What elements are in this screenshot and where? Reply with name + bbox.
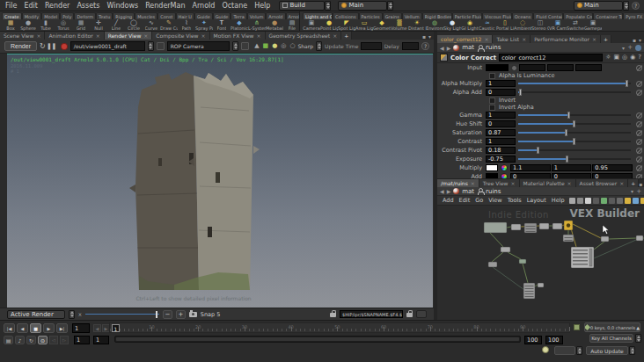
- shelf-tab-textu[interactable]: Textu: [96, 12, 113, 19]
- add-tab-button[interactable]: +: [628, 179, 639, 187]
- compare-image-icon[interactable]: ■: [263, 42, 269, 50]
- shelf-tool-geometry-light[interactable]: ◆Geometry Light: [373, 19, 391, 32]
- revert-icon[interactable]: [636, 148, 642, 154]
- wrench-icon[interactable]: [569, 198, 575, 204]
- vertical-divider[interactable]: [434, 32, 437, 320]
- shelf-tab-guide[interactable]: Guide: [194, 12, 213, 19]
- pause-icon[interactable]: ▌▌: [48, 42, 58, 51]
- shelf-tab-grains[interactable]: Grains: [383, 12, 402, 19]
- shelf-tab-viscous-fluids[interactable]: Viscous Fluids: [482, 12, 512, 19]
- material-node[interactable]: [488, 262, 497, 267]
- checkbox-invert-alpha[interactable]: [489, 105, 495, 111]
- pane-menu-icon[interactable]: ▾: [639, 37, 641, 43]
- net-menu-edit[interactable]: Edit: [457, 197, 473, 204]
- shelf-tool-point-light[interactable]: ●Point Light: [320, 19, 338, 32]
- shelf-tool-platonic[interactable]: ◆Platonic: [231, 19, 248, 32]
- param-value-field[interactable]: 1: [486, 80, 516, 87]
- close-icon[interactable]: ×: [143, 32, 148, 40]
- shelf-tab-lights-and-c[interactable]: Lights and C: [303, 12, 333, 19]
- shelf-tool-path[interactable]: ⌇Path: [178, 19, 195, 32]
- shelf-tool-metaball[interactable]: ●Metaball: [266, 19, 283, 32]
- revert-icon[interactable]: [636, 65, 642, 71]
- shelf-tool-portal-light[interactable]: ▯Portal Light: [496, 19, 514, 32]
- color-palette-icon[interactable]: [601, 198, 607, 204]
- lock-icon-2[interactable]: [406, 313, 413, 317]
- pane-menu-icon[interactable]: ▾: [428, 33, 431, 40]
- shelf-tool-font[interactable]: TFont: [213, 19, 231, 32]
- close-icon[interactable]: ×: [36, 32, 40, 40]
- input-swatch[interactable]: [486, 64, 509, 71]
- scene-spinner[interactable]: [387, 1, 393, 11]
- export-rop-icon[interactable]: [157, 42, 165, 50]
- shelf-tab-particle-fluids[interactable]: Particle Fluids: [452, 12, 482, 19]
- net-forward-icon[interactable]: ▶: [447, 188, 451, 194]
- param-value-field[interactable]: 0: [486, 120, 516, 127]
- add-tab-button[interactable]: +: [341, 32, 352, 40]
- close-icon[interactable]: ×: [510, 179, 515, 187]
- close-icon[interactable]: ×: [619, 179, 624, 187]
- breadcrumb-node[interactable]: ruins: [486, 44, 501, 51]
- shelf-tab-fluid-contai[interactable]: Fluid Contai: [533, 12, 563, 19]
- stop-render-icon[interactable]: [61, 43, 68, 50]
- stop-button[interactable]: ■: [30, 323, 41, 333]
- net-breadcrumb-node[interactable]: ruins: [486, 188, 501, 195]
- net-menu-go[interactable]: Go: [472, 197, 486, 204]
- take-selector[interactable]: [554, 346, 575, 355]
- input-slot[interactable]: [575, 64, 602, 71]
- current-frame-field[interactable]: 1: [72, 323, 90, 333]
- param-value-field[interactable]: 0: [486, 89, 516, 96]
- shelf-tab-volum[interactable]: Volum: [247, 12, 267, 19]
- close-icon[interactable]: ×: [522, 35, 526, 43]
- menu-octane[interactable]: Octane: [218, 2, 251, 10]
- tab-performance-monitor[interactable]: Performance Monitor×: [531, 35, 601, 43]
- auto-update-spinner[interactable]: [629, 346, 635, 355]
- net-chevron-down-icon[interactable]: ▾: [631, 188, 633, 194]
- update-lamp-icon[interactable]: [542, 346, 549, 353]
- color-wheel-icon[interactable]: [501, 173, 508, 179]
- loop-toggle[interactable]: ↻: [26, 336, 36, 344]
- shelf-tool-line[interactable]: ╱Line: [107, 19, 125, 32]
- shelf-tool-box[interactable]: ▦Box: [2, 19, 19, 32]
- tab-scene-view[interactable]: Scene View×: [0, 32, 45, 40]
- param-slider[interactable]: [518, 156, 631, 163]
- param-slider[interactable]: [518, 80, 631, 87]
- revert-icon[interactable]: [636, 90, 642, 96]
- update-time-field[interactable]: [361, 42, 381, 50]
- shelf-tool-stereo-camera[interactable]: ◫Stereo Camera: [531, 19, 549, 32]
- shelf-tab-rigging[interactable]: Rigging: [113, 12, 135, 19]
- menu-assets[interactable]: Assets: [73, 2, 103, 10]
- shelf-tool-environment-light[interactable]: ◍Environment Light: [426, 19, 443, 32]
- keys-summary-button[interactable]: 0 keys, 0,0 channels ▲: [584, 322, 640, 332]
- shelf-tool-spray-paint[interactable]: ✦Spray Paint: [195, 19, 213, 32]
- pane-maximize-icon[interactable]: ▪: [639, 181, 642, 187]
- rop-spinner[interactable]: [148, 41, 154, 51]
- param-value-field[interactable]: 1: [486, 138, 516, 145]
- shelf-tab-vellum[interactable]: Vellum: [402, 12, 422, 19]
- snapshot-path-field[interactable]: $HIP/ipr/$SNAPNAME.$F4.$F: [340, 310, 403, 318]
- color-swatch[interactable]: [486, 164, 498, 171]
- add-tab-button[interactable]: +: [601, 35, 611, 43]
- desktop-spinner[interactable]: [325, 1, 331, 11]
- shelf-tab-model[interactable]: Model: [41, 12, 60, 19]
- key-all-channels-button[interactable]: Key All Channels: [589, 334, 633, 343]
- tab-take-list[interactable]: Take List×: [493, 35, 531, 43]
- param-slider[interactable]: [518, 89, 631, 96]
- checkbox-invert[interactable]: [489, 98, 495, 104]
- snapshot-minus-button[interactable]: −: [163, 310, 172, 319]
- render-region-icon[interactable]: ○: [289, 42, 295, 50]
- forward-icon[interactable]: ▶: [447, 45, 451, 51]
- camera-spinner[interactable]: [232, 41, 238, 51]
- range-limit-right-button[interactable]: ▷: [60, 336, 69, 344]
- sharp-spinner[interactable]: [316, 41, 322, 51]
- node-state-icon[interactable]: ◉: [630, 54, 635, 62]
- checkbox-alpha-is-luminance[interactable]: [489, 73, 495, 79]
- global-end-field[interactable]: 100: [545, 336, 563, 344]
- shelf-tool-torus[interactable]: ◎Torus: [55, 19, 72, 32]
- pick-camera-icon[interactable]: [241, 42, 249, 50]
- lock-icon[interactable]: [330, 313, 336, 317]
- scene-selector[interactable]: Main: [338, 1, 387, 11]
- revert-icon[interactable]: [636, 139, 642, 145]
- shelf-tab-rigid-bodies[interactable]: Rigid Bodies: [422, 12, 452, 19]
- render-button[interactable]: Render: [4, 41, 37, 51]
- net-pin-icon[interactable]: +: [636, 188, 641, 195]
